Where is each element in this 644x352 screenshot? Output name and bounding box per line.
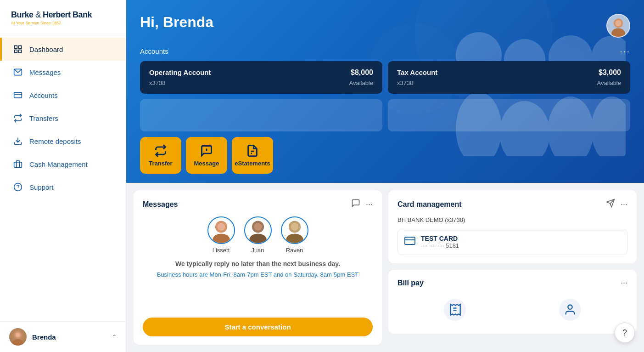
message-icon (200, 144, 213, 157)
account-name: Operating Account (149, 68, 211, 76)
remote-deposits-icon (13, 136, 23, 146)
account-available-label: Available (597, 79, 621, 86)
accounts-grid: Operating Account $8,000 x3738 Available… (140, 61, 630, 131)
sidebar: Burke & Herbert Bank At Your Service Sin… (0, 0, 126, 352)
bill-pay-person-icon (559, 299, 581, 321)
reply-text: We typically reply no later than the nex… (143, 260, 373, 267)
messages-compose-icon[interactable] (351, 199, 360, 210)
bill-pay-receipt-icon (444, 299, 466, 321)
card-management-title: Card management (398, 200, 462, 209)
bill-pay-panel: Bill pay ··· (388, 270, 637, 334)
card-item[interactable]: TEST CARD ···· ···· ···· 5181 (398, 229, 627, 255)
account-name: Tax Account (397, 68, 437, 76)
agent-name: Raven (286, 247, 303, 254)
card-management-travel-icon[interactable] (606, 199, 615, 210)
sidebar-item-label: Cash Management (29, 160, 88, 168)
chevron-up-icon: ⌃ (112, 334, 117, 340)
card-management-more-icon[interactable]: ··· (621, 199, 627, 209)
account-card-operating[interactable]: Operating Account $8,000 x3738 Available (140, 61, 382, 94)
sidebar-item-label: Accounts (29, 91, 58, 99)
account-available-label: Available (349, 79, 373, 86)
sidebar-item-label: Remote deposits (29, 137, 81, 145)
bill-pay-more-icon[interactable]: ··· (621, 278, 627, 288)
quick-actions: Transfer Message (140, 137, 630, 174)
lissett-avatar (207, 216, 235, 244)
svg-point-23 (616, 20, 622, 26)
hero-avatar[interactable] (606, 14, 630, 38)
card-management-panel: Card management ··· BH BANK DEMO (x3738) (388, 190, 637, 263)
svg-rect-2 (15, 50, 17, 53)
account-card-top: Tax Account $3,000 (397, 68, 621, 77)
sidebar-item-label: Messages (29, 68, 61, 76)
svg-rect-3 (19, 50, 22, 53)
svg-rect-1 (19, 46, 22, 49)
svg-rect-5 (14, 92, 22, 98)
sidebar-item-label: Transfers (29, 114, 58, 122)
greeting-text: Hi, Brenda (140, 14, 213, 31)
message-label: Message (194, 160, 219, 167)
sidebar-item-remote-deposits[interactable]: Remote deposits (0, 130, 126, 153)
account-card-bottom: x3738 Available (397, 79, 621, 86)
estatements-icon (246, 144, 259, 157)
dashboard-icon (13, 44, 23, 54)
account-amount: $3,000 (599, 68, 621, 77)
sidebar-item-label: Support (29, 183, 54, 191)
agent-name: Juan (251, 247, 264, 254)
svg-point-31 (213, 233, 230, 244)
bank-tagline: At Your Service Since 1852 (11, 21, 115, 25)
sidebar-item-label: Dashboard (29, 45, 63, 53)
help-button[interactable]: ? (615, 323, 635, 343)
support-icon (13, 182, 23, 192)
avatar (9, 328, 27, 346)
account-card-top: Operating Account $8,000 (149, 68, 373, 77)
svg-point-34 (249, 233, 266, 244)
account-card-tax[interactable]: Tax Account $3,000 x3738 Available (388, 61, 630, 94)
messages-panel-icons: ··· (351, 199, 373, 210)
juan-avatar (244, 216, 272, 244)
bill-pay-pay-icon-wrap[interactable] (444, 299, 466, 321)
message-button[interactable]: Message (186, 137, 227, 174)
account-card-placeholder-2[interactable] (388, 99, 630, 131)
sidebar-item-messages[interactable]: Messages (0, 61, 126, 84)
accounts-header: Accounts ··· (140, 46, 630, 57)
sidebar-item-accounts[interactable]: Accounts (0, 84, 126, 107)
card-number: ···· ···· ···· 5181 (421, 242, 621, 249)
messages-more-icon[interactable]: ··· (366, 199, 373, 209)
agent-lissett: Lissett (207, 216, 235, 254)
start-conversation-button[interactable]: Start a conversation (143, 318, 373, 336)
bill-pay-person-icon-wrap[interactable] (559, 299, 581, 321)
account-card-placeholder-1[interactable] (140, 99, 382, 131)
raven-avatar (281, 216, 308, 244)
bill-pay-header: Bill pay ··· (398, 278, 627, 288)
accounts-more-button[interactable]: ··· (620, 46, 630, 57)
estatements-button[interactable]: eStatements (232, 137, 273, 174)
bank-logo: Burke & Herbert Bank At Your Service Sin… (0, 0, 126, 34)
sidebar-item-support[interactable]: Support (0, 176, 126, 199)
bottom-panels: Messages ··· Lissett (126, 183, 644, 352)
messages-panel-header: Messages ··· (143, 199, 373, 210)
accounts-icon (13, 90, 23, 100)
sidebar-item-dashboard[interactable]: Dashboard (0, 38, 126, 61)
account-card-bottom: x3738 Available (149, 79, 373, 86)
svg-rect-0 (15, 46, 17, 49)
card-name: TEST CARD (421, 235, 621, 242)
credit-card-icon (404, 235, 415, 249)
nav-menu: Dashboard Messages Accounts Transfers (0, 34, 126, 321)
sidebar-item-cash-management[interactable]: Cash Management (0, 153, 126, 176)
hero-content: Hi, Brenda Accounts ··· Operating Accoun… (140, 14, 630, 174)
hero-top: Hi, Brenda (140, 14, 630, 38)
sidebar-item-transfers[interactable]: Transfers (0, 107, 126, 130)
svg-point-13 (12, 339, 23, 346)
svg-rect-38 (405, 237, 415, 244)
svg-point-37 (286, 233, 303, 244)
user-menu[interactable]: Brenda ⌃ (0, 321, 126, 352)
agent-juan: Juan (244, 216, 272, 254)
transfer-button[interactable]: Transfer (140, 137, 181, 174)
card-management-icons: ··· (606, 199, 627, 210)
messages-icon (13, 67, 23, 77)
main-content: Hi, Brenda Accounts ··· Operating Accoun… (126, 0, 644, 352)
agent-name: Lissett (213, 247, 230, 254)
right-panels: Card management ··· BH BANK DEMO (x3738) (388, 190, 637, 345)
svg-point-42 (568, 305, 572, 309)
card-info: TEST CARD ···· ···· ···· 5181 (421, 235, 621, 249)
